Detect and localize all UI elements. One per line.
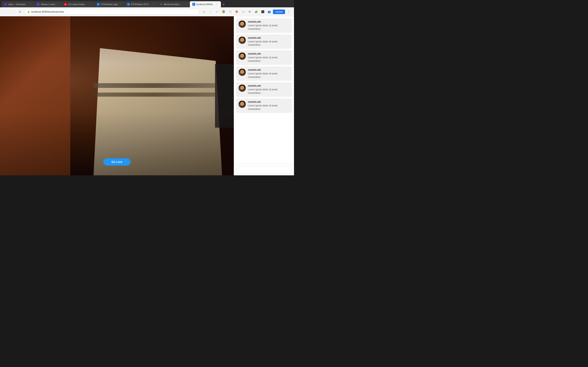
tab-github[interactable]: ⚙ Merdi-kim/vibzz: Sho... × <box>157 1 190 7</box>
chat-message: merkim.eth Lorem ipsum dolor sit amet co… <box>236 67 292 81</box>
tab-label: ETHGlobal Login <box>101 3 118 6</box>
message-text: Lorem ipsum dolor sit amet consectetur. <box>248 88 290 95</box>
chat-message: merkim.eth Lorem ipsum dolor sit amet co… <box>236 99 292 113</box>
tab-label: localhost:3000/li... <box>196 3 214 6</box>
menu-icon[interactable]: ⋮ <box>286 9 292 15</box>
avatar <box>238 100 246 108</box>
address-bar[interactable]: 🔒 localhost:3000/livestream/new <box>25 9 199 15</box>
video-background <box>0 16 234 175</box>
avatar <box>238 52 246 60</box>
avatar-image <box>238 84 246 92</box>
toolbar-actions: ⬡ ↑ ☆ 🦁 ⬡ 🦊 ⬡ ⚙ 🧩 ⬛ 👥 Update ⋮ <box>201 9 292 15</box>
message-content: merkim.eth Lorem ipsum dolor sit amet co… <box>248 52 290 63</box>
message-username: merkim.eth <box>248 100 290 103</box>
new-tab-button[interactable]: + <box>221 2 227 7</box>
avatar-image <box>238 52 246 60</box>
tab-label: vibzz – Overview – Ve... <box>8 3 28 6</box>
tab-ethglobal-login[interactable]: E ETHGlobal Login × <box>94 1 125 7</box>
avatar-image <box>238 20 246 28</box>
tab-close-btn[interactable]: × <box>185 3 187 6</box>
extension1-icon[interactable]: ⬡ <box>227 9 233 15</box>
tab-library-loom[interactable]: L Library | Loom × <box>34 1 62 7</box>
forward-button[interactable]: → <box>10 9 16 15</box>
message-content: merkim.eth Lorem ipsum dolor sit amet co… <box>248 100 290 111</box>
url-display: localhost:3000/livestream/new <box>31 10 64 13</box>
extension2-icon[interactable]: ⬡ <box>240 9 246 15</box>
chat-messages-list: merkim.eth Lorem ipsum dolor sit amet co… <box>234 16 294 164</box>
tab-favicon-localhost: ⚙ <box>192 3 195 6</box>
tab-vibzz[interactable]: V vibzz – Overview – Ve... × <box>2 1 34 7</box>
browser-toolbar: ← → ↻ 🔒 localhost:3000/livestream/new ⬡ … <box>0 7 294 16</box>
tab-favicon-eth: E <box>97 3 100 6</box>
metamask-icon[interactable]: 🦊 <box>234 9 240 15</box>
tab-favicon-gh: ⚙ <box>160 3 163 6</box>
message-content: merkim.eth Lorem ipsum dolor sit amet co… <box>248 68 290 79</box>
message-content: merkim.eth Lorem ipsum dolor sit amet co… <box>248 36 290 47</box>
refresh-button[interactable]: ↻ <box>17 9 23 15</box>
back-button[interactable]: ← <box>2 9 8 15</box>
bookmark-icon[interactable]: ☆ <box>214 9 220 15</box>
wallets-icon[interactable]: 👥 <box>267 9 272 15</box>
tab-close-btn[interactable]: × <box>119 3 122 6</box>
lock-icon: 🔒 <box>27 10 30 13</box>
avatar-image <box>238 68 246 76</box>
tab-label: Merdi-kim/vibzz: Sho... <box>164 3 183 6</box>
message-text: Lorem ipsum dolor sit amet consectetur. <box>248 40 290 47</box>
message-username: merkim.eth <box>248 36 290 39</box>
avatar <box>238 36 246 44</box>
tab-close-btn[interactable]: × <box>89 3 92 6</box>
tab-favicon-loom: L <box>37 3 40 6</box>
tab-bar: V vibzz – Overview – Ve... × L Library |… <box>0 0 294 7</box>
go-live-button[interactable]: Go Live <box>103 158 130 166</box>
tab-close-btn[interactable]: × <box>216 3 218 6</box>
puzzle-icon[interactable]: 🧩 <box>253 9 259 15</box>
message-username: merkim.eth <box>248 68 290 71</box>
tab-label: Library | Loom <box>41 3 55 6</box>
tab-favicon-yt: ▶ <box>64 3 67 6</box>
avatar <box>238 68 246 76</box>
video-overlay <box>0 16 234 175</box>
tab-label: (2) Lukas Graham... <box>68 3 88 6</box>
message-username: merkim.eth <box>248 84 290 87</box>
message-text: Lorem ipsum dolor sit amet consectetur. <box>248 56 290 63</box>
brave-icon[interactable]: 🦁 <box>221 9 226 15</box>
video-area: Go Live <box>0 16 234 175</box>
sidebar-icon[interactable]: ⬛ <box>260 9 266 15</box>
tab-localhost[interactable]: ⚙ localhost:3000/li... × <box>190 1 221 7</box>
cast-icon[interactable]: ⬡ <box>201 9 207 15</box>
share-icon[interactable]: ↑ <box>208 9 213 15</box>
chat-input[interactable] <box>236 166 292 173</box>
message-username: merkim.eth <box>248 20 290 23</box>
avatar <box>238 84 246 92</box>
chat-message: merkim.eth Lorem ipsum dolor sit amet co… <box>236 34 292 49</box>
avatar-image <box>238 100 246 108</box>
chat-message: merkim.eth Lorem ipsum dolor sit amet co… <box>236 18 292 33</box>
tab-lukas[interactable]: ▶ (2) Lukas Graham... × <box>62 1 94 7</box>
tab-close-btn[interactable]: × <box>29 3 32 6</box>
tab-close-btn[interactable]: × <box>56 3 59 6</box>
chat-message: merkim.eth Lorem ipsum dolor sit amet co… <box>236 82 292 97</box>
chat-message: merkim.eth Lorem ipsum dolor sit amet co… <box>236 50 292 65</box>
message-content: merkim.eth Lorem ipsum dolor sit amet co… <box>248 84 290 95</box>
chat-sidebar: merkim.eth Lorem ipsum dolor sit amet co… <box>234 16 294 175</box>
chat-input-area <box>234 164 294 175</box>
message-content: merkim.eth Lorem ipsum dolor sit amet co… <box>248 20 290 31</box>
message-text: Lorem ipsum dolor sit amet consectetur. <box>248 104 290 111</box>
tab-ethglobal-eth[interactable]: E ETHGlobal | ETHOnli... × <box>125 1 157 7</box>
tab-close-btn[interactable]: × <box>152 3 155 6</box>
message-text: Lorem ipsum dolor sit amet consectetur. <box>248 72 290 79</box>
avatar-image <box>238 36 246 44</box>
tab-label: ETHGlobal | ETHOnli... <box>131 3 151 6</box>
message-username: merkim.eth <box>248 52 290 55</box>
tab-favicon-vibzz: V <box>4 3 7 6</box>
main-content: Go Live merkim.eth Lorem ipsum dolor sit… <box>0 16 294 175</box>
avatar <box>238 20 246 28</box>
update-button[interactable]: Update <box>273 9 285 14</box>
message-text: Lorem ipsum dolor sit amet consectetur. <box>248 24 290 31</box>
extension3-icon[interactable]: ⚙ <box>247 9 252 15</box>
tab-favicon-eth2: E <box>127 3 130 6</box>
